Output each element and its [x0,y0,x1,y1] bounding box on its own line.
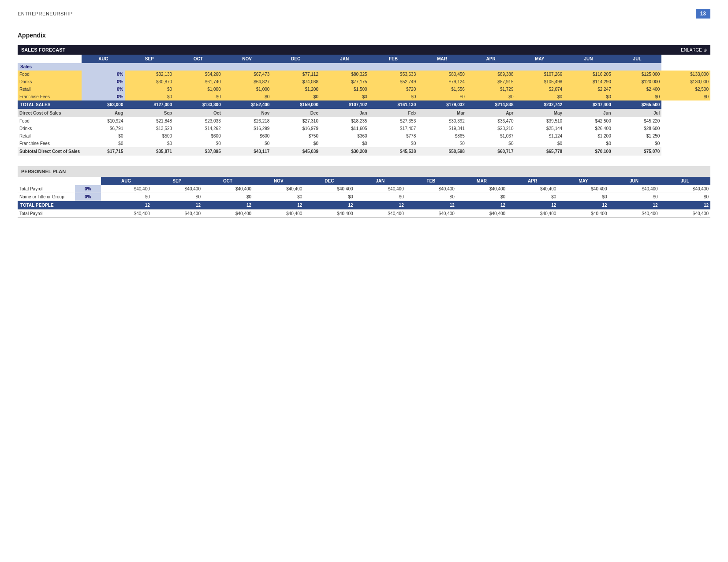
subtotal-dec: $45,039 [271,147,320,156]
dc-col-jan: Jan [320,109,369,117]
tpb-jan: $40,400 [355,210,406,218]
dc-food-feb: $27,353 [369,117,418,125]
food-jul: $133,000 [661,71,710,78]
drinks-feb: $79,124 [418,78,467,86]
dc-food-jul: $45,220 [613,117,662,125]
sales-label: Sales [18,63,661,71]
tpb-nov: $40,400 [253,210,304,218]
drinks-label: Drinks [18,78,82,86]
tp-jan: $40,400 [355,185,406,193]
personnel-plan-table: AUG SEP OCT NOV DEC JAN FEB MAR APR MAY … [18,177,710,218]
retail-may: $2,247 [564,86,613,93]
ntg-may: $0 [558,193,609,201]
ntg-jun: $0 [609,193,659,201]
dc-drinks-row: Drinks $6,791 $13,523 $14,262 $16,299 $1… [18,125,710,132]
dc-food-row: Food $10,924 $21,848 $23,033 $26,218 $27… [18,117,710,125]
franchise-nov: $0 [271,93,320,100]
drinks-dec: $77,175 [320,78,369,86]
dc-food-aug: $10,924 [82,117,125,125]
drinks-row: Drinks 0% $30,870 $61,740 $64,827 $74,08… [18,78,710,86]
dc-col-may: May [515,109,564,117]
pp-col-jul: JUL [660,177,710,185]
total-payroll-pct: 0% [75,185,101,193]
pp-col-jan: JAN [355,177,406,185]
tpb-oct: $40,400 [202,210,253,218]
franchise-aug: $0 [125,93,174,100]
total-sales-jan: $107,102 [320,100,369,109]
tpb-mar: $40,400 [456,210,507,218]
col-header-apr: APR [467,55,515,63]
dc-drinks-oct: $14,262 [174,125,223,132]
tpeople-oct: 12 [202,201,253,210]
pp-col-dec: DEC [304,177,355,185]
tpeople-may: 12 [558,201,609,210]
franchise-row: Franchise Fees 0% $0 $0 $0 $0 $0 $0 $0 $… [18,93,710,100]
dc-retail-sep: $500 [125,132,174,140]
tp-sep: $40,400 [152,185,202,193]
sales-forecast-header-bar: SALES FORECAST ENLARGE ⊕ [18,45,710,55]
retail-jan: $720 [369,86,418,93]
dc-franchise-nov: $0 [223,140,272,147]
tp-nov: $40,400 [253,185,304,193]
pp-col-aug: AUG [101,177,152,185]
food-oct: $67,473 [223,71,272,78]
col-header-may: MAY [515,55,564,63]
tpeople-mar: 12 [456,201,507,210]
sales-forecast-title: SALES FORECAST [21,47,65,52]
col-header-feb: FEB [369,55,418,63]
ntg-aug: $0 [101,193,152,201]
retail-aug: $0 [125,86,174,93]
total-sales-row: TOTAL SALES $63,000 $127,000 $133,300 $1… [18,100,710,109]
dc-franchise-sep: $0 [125,140,174,147]
tpb-feb: $40,400 [406,210,456,218]
food-row: Food 0% $32,130 $64,260 $67,473 $77,112 … [18,71,710,78]
food-apr: $107,266 [515,71,564,78]
dc-drinks-dec: $16,979 [271,125,320,132]
drinks-oct: $64,827 [223,78,272,86]
pp-col-mar: MAR [456,177,507,185]
subtotal-feb: $45,538 [369,147,418,156]
food-label: Food [18,71,82,78]
franchise-may: $0 [564,93,613,100]
sales-forecast-table: AUG SEP OCT NOV DEC JAN FEB MAR APR MAY … [18,55,710,156]
subtotal-jul: $75,070 [613,147,662,156]
franchise-sep: $0 [174,93,223,100]
total-sales-apr: $214,838 [467,100,515,109]
tpb-aug: $40,400 [101,210,152,218]
food-jun: $125,000 [613,71,662,78]
franchise-mar: $0 [467,93,515,100]
total-sales-feb: $161,130 [369,100,418,109]
total-sales-dec: $159,000 [271,100,320,109]
tpb-jun: $40,400 [609,210,659,218]
drinks-sep: $61,740 [174,78,223,86]
total-sales-label: TOTAL SALES [18,100,82,109]
franchise-feb: $0 [418,93,467,100]
col-header-nov: NOV [223,55,272,63]
subtotal-nov: $43,117 [223,147,272,156]
pp-col-nov: NOV [253,177,304,185]
drinks-may: $114,290 [564,78,613,86]
name-title-group-row: Name or Title or Group 0% $0 $0 $0 $0 $0… [18,193,710,201]
personnel-plan-section: PERSONNEL PLAN AUG SEP OCT NOV DEC JAN F… [18,166,710,218]
ntg-pct: 0% [75,193,101,201]
total-sales-nov: $152,400 [223,100,272,109]
retail-label: Retail [18,86,82,93]
drinks-jul: $130,000 [661,78,710,86]
dc-retail-mar: $865 [418,132,467,140]
food-may: $116,205 [564,71,613,78]
tpeople-jan: 12 [355,201,406,210]
tpeople-sep: 12 [152,201,202,210]
dc-franchise-label: Franchise Fees [18,140,82,147]
tpb-sep: $40,400 [152,210,202,218]
dc-retail-apr: $1,037 [467,132,515,140]
tpb-may: $40,400 [558,210,609,218]
enlarge-button[interactable]: ENLARGE ⊕ [681,48,707,52]
dc-col-nov: Nov [223,109,272,117]
ntg-oct: $0 [202,193,253,201]
col-header-sep: SEP [125,55,174,63]
total-payroll-label: Total Payroll [18,185,75,193]
dc-retail-oct: $600 [174,132,223,140]
page-header: ENTREPRENEURSHIP 13 [18,9,710,19]
franchise-dec: $0 [320,93,369,100]
franchise-oct: $0 [223,93,272,100]
